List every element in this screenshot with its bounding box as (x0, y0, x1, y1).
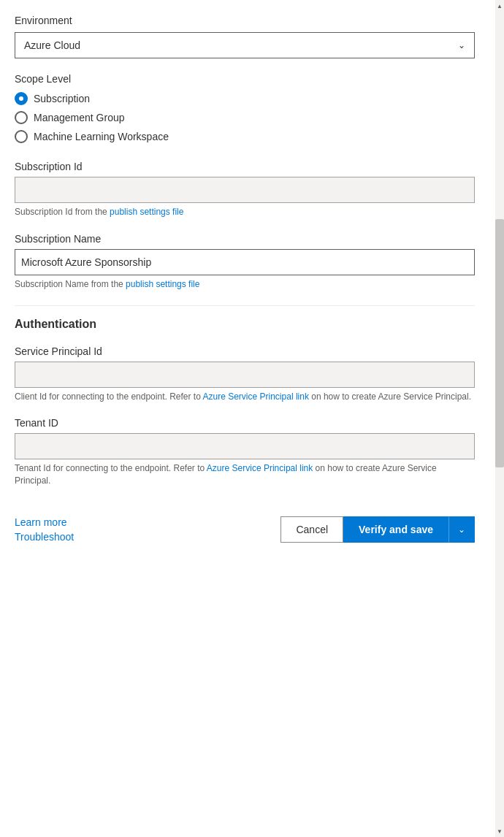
scope-option-subscription[interactable]: Subscription (15, 92, 475, 105)
troubleshoot-link[interactable]: Troubleshoot (15, 531, 74, 543)
tenant-id-link[interactable]: Azure Service Principal link (207, 463, 313, 473)
subscription-name-publish-link[interactable]: publish settings file (126, 279, 199, 289)
service-principal-id-helper-prefix: Client Id for connecting to the endpoint… (15, 391, 203, 402)
environment-section: Environment Azure Cloud ⌄ (15, 15, 475, 58)
authentication-section: Authentication (15, 305, 475, 331)
tenant-id-label: Tenant ID (15, 417, 475, 429)
scope-option-subscription-label: Subscription (34, 93, 90, 104)
scope-label: Scope Level (15, 73, 475, 85)
subscription-id-helper-prefix: Subscription Id from the (15, 207, 110, 217)
scrollbar-arrow-down[interactable]: ▼ (495, 825, 504, 837)
chevron-down-icon: ⌄ (458, 524, 465, 535)
subscription-id-helper: Subscription Id from the publish setting… (15, 206, 475, 218)
environment-selected-value: Azure Cloud (24, 39, 80, 51)
service-principal-id-helper-suffix: on how to create Azure Service Principal… (309, 391, 471, 402)
scope-radio-group: Subscription Management Group Machine Le… (15, 92, 475, 143)
subscription-id-label: Subscription Id (15, 161, 475, 172)
scope-section: Scope Level Subscription Management Grou… (15, 73, 475, 143)
scrollbar-thumb[interactable] (495, 219, 504, 467)
footer-links: Learn more Troubleshoot (15, 516, 74, 543)
cancel-button[interactable]: Cancel (280, 516, 343, 543)
scope-option-ml-workspace-label: Machine Learning Workspace (34, 131, 169, 142)
subscription-name-input[interactable] (15, 249, 475, 275)
service-principal-id-helper: Client Id for connecting to the endpoint… (15, 391, 475, 403)
radio-icon-management-group[interactable] (15, 111, 28, 124)
subscription-name-section: Subscription Name Subscription Name from… (15, 233, 475, 291)
subscription-name-label: Subscription Name (15, 233, 475, 245)
scrollbar[interactable]: ▲ ▼ (495, 0, 504, 837)
subscription-name-helper-prefix: Subscription Name from the (15, 279, 126, 289)
tenant-id-helper-prefix: Tenant Id for connecting to the endpoint… (15, 463, 207, 473)
radio-icon-ml-workspace[interactable] (15, 130, 28, 143)
subscription-id-publish-link[interactable]: publish settings file (110, 207, 183, 217)
subscription-id-section: Subscription Id Subscription Id from the… (15, 161, 475, 218)
footer-buttons: Cancel Verify and save ⌄ (280, 516, 475, 543)
verify-save-dropdown-button[interactable]: ⌄ (448, 516, 475, 543)
scrollbar-arrow-up[interactable]: ▲ (495, 0, 504, 12)
authentication-title: Authentication (15, 318, 96, 330)
learn-more-link[interactable]: Learn more (15, 516, 74, 528)
service-principal-id-label: Service Principal Id (15, 345, 475, 357)
scope-option-management-group[interactable]: Management Group (15, 111, 475, 124)
radio-icon-subscription[interactable] (15, 92, 28, 105)
scope-option-ml-workspace[interactable]: Machine Learning Workspace (15, 130, 475, 143)
scope-option-management-group-label: Management Group (34, 112, 125, 123)
environment-dropdown[interactable]: Azure Cloud ⌄ (15, 32, 475, 58)
subscription-id-input[interactable] (15, 177, 475, 203)
tenant-id-input[interactable] (15, 433, 475, 459)
chevron-down-icon: ⌄ (458, 40, 465, 50)
footer: Learn more Troubleshoot Cancel Verify an… (15, 509, 475, 543)
tenant-id-helper: Tenant Id for connecting to the endpoint… (15, 462, 475, 487)
page-container: Environment Azure Cloud ⌄ Scope Level Su… (0, 0, 489, 557)
verify-save-button[interactable]: Verify and save (343, 516, 448, 543)
subscription-name-helper: Subscription Name from the publish setti… (15, 278, 475, 291)
auth-divider (15, 305, 475, 306)
service-principal-id-link[interactable]: Azure Service Principal link (203, 391, 309, 402)
service-principal-id-input[interactable] (15, 362, 475, 388)
service-principal-id-section: Service Principal Id Client Id for conne… (15, 345, 475, 403)
environment-label: Environment (15, 15, 475, 26)
tenant-id-section: Tenant ID Tenant Id for connecting to th… (15, 417, 475, 487)
